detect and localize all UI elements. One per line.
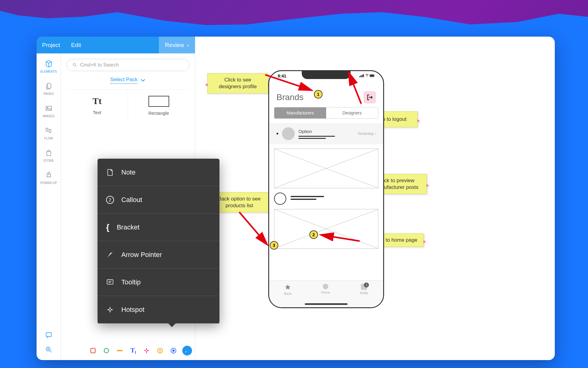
tab-back[interactable]: Back [284,284,291,295]
app-window: Project Edit Review › ELEMENTS PAGES IMA… [37,37,555,360]
segment-control: Manufacturers Designers [274,107,378,119]
rocket-icon [45,171,53,179]
search-input[interactable]: Cmd+K to Search [66,59,189,71]
tab-review[interactable]: Review › [159,37,195,53]
segment-designers[interactable]: Designers [326,107,378,118]
bracket-icon: { [106,222,109,232]
search-icon [72,63,77,67]
left-rail: ELEMENTS PAGES IMAGES FLOW STORE [37,53,61,360]
topbar: Project Edit Review › [37,37,195,53]
svg-line-19 [265,75,311,90]
tool-text[interactable]: TI [129,346,138,355]
element-rectangle[interactable]: Rectangle [128,90,189,122]
chevron-down-icon [141,79,145,82]
popup-arrow-pointer[interactable]: Arrow Pointer [98,241,219,269]
red-arrow-4 [317,232,363,244]
rail-pages[interactable]: PAGES [44,82,54,96]
callout-number-icon: 2 [106,196,114,204]
rail-images[interactable]: IMAGES [43,104,55,118]
segment-manufacturers[interactable]: Manufacturers [274,107,326,118]
svg-point-15 [161,350,161,350]
popup-tooltip[interactable]: Tooltip [98,269,219,296]
select-pack-dropdown[interactable]: Select Pack [66,77,189,84]
tool-target[interactable] [169,346,178,355]
avatar [274,193,286,205]
circle-icon [323,284,328,289]
svg-point-4 [48,174,49,175]
svg-rect-33 [374,75,375,76]
logout-icon [366,94,373,101]
text-glyph-icon: Tt [93,96,102,106]
callout-2[interactable]: 2 [309,230,318,239]
notify-badge: 3 [364,283,369,287]
logout-button[interactable] [364,91,376,103]
tab-notify[interactable]: 3 Notify [360,284,368,295]
svg-point-30 [367,76,367,77]
callout-1[interactable]: 1 [314,90,323,99]
svg-point-8 [109,309,111,310]
popup-note[interactable]: Note [98,159,219,186]
rail-store[interactable]: STORE [43,149,54,162]
home-indicator [305,303,347,305]
hotspot-icon [106,306,114,314]
annotation-popup: Note 2 Callout { Bracket Arrow Pointer T… [98,159,219,323]
svg-point-10 [104,348,109,353]
svg-rect-9 [91,348,95,353]
phone-tabbar: Back Home 3 Notify [269,280,383,307]
svg-point-1 [47,107,48,108]
post-header [274,193,378,205]
svg-line-25 [322,235,360,241]
red-arrow-2 [346,70,364,107]
list-item-title: Option [298,129,354,134]
arrow-pointer-icon [106,251,114,259]
popup-callout[interactable]: 2 Callout [98,186,219,214]
rectangle-icon [148,96,169,107]
svg-line-23 [239,212,267,244]
svg-rect-32 [370,75,374,77]
flow-icon [44,126,53,135]
list-item[interactable]: Option Yesterday › [269,123,383,144]
chat-icon[interactable] [45,331,53,339]
tool-brush[interactable] [182,346,192,355]
avatar [282,127,295,140]
bottom-toolbar: TI [88,346,192,355]
rail-elements[interactable]: ELEMENTS [41,60,57,73]
tool-line[interactable] [115,346,124,355]
unread-dot-icon [276,133,278,135]
popup-bracket[interactable]: { Bracket [98,214,219,241]
svg-rect-3 [49,129,51,132]
red-arrow-3 [236,209,273,249]
tool-hotspot[interactable] [142,346,151,355]
chevron-right-icon: › [187,42,189,49]
canvas[interactable]: Click to see designers profile Tap to lo… [195,53,555,360]
svg-point-6 [73,63,76,66]
pages-icon [45,82,53,90]
svg-rect-0 [46,106,52,110]
callout-3[interactable]: 3 [270,241,278,250]
popup-hotspot[interactable]: Hotspot [98,296,219,323]
image-placeholder [274,149,378,188]
phone-mockup: 9:41 Brands Manufacturers Designers [268,70,384,308]
notify-icon: 3 [361,284,367,290]
sticky-designers-profile[interactable]: Click to see designers profile [207,73,268,93]
svg-point-14 [159,350,159,350]
tool-circle[interactable] [102,346,111,355]
bag-icon [45,149,53,157]
tool-square[interactable] [88,346,98,355]
tooltip-icon [106,278,114,286]
review-label: Review [165,42,184,49]
menu-project[interactable]: Project [37,42,66,49]
zoom-icon[interactable] [45,345,53,354]
tool-emoji[interactable] [155,346,165,355]
svg-point-17 [173,350,174,352]
menu-edit[interactable]: Edit [66,42,87,49]
svg-line-21 [349,73,361,104]
list-item-date: Yesterday › [358,132,376,136]
element-text[interactable]: Tt Text [66,90,128,122]
red-arrow-1 [262,72,317,96]
svg-point-12 [146,350,148,352]
tab-home[interactable]: Home [321,284,330,294]
rail-powerup[interactable]: POWER-UP [40,171,57,185]
rail-flow[interactable]: FLOW [44,126,53,140]
note-icon [106,168,114,176]
